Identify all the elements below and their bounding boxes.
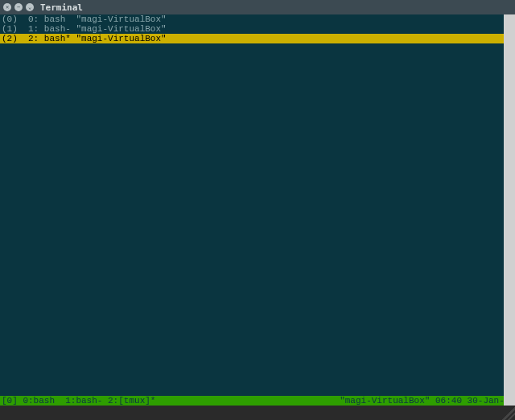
tmux-session-line[interactable]: (0) 0: bash "magi-VirtualBox" bbox=[0, 14, 515, 24]
tmux-session-line[interactable]: (1) 1: bash- "magi-VirtualBox" bbox=[0, 24, 515, 34]
window-title: Terminal bbox=[40, 2, 83, 13]
maximize-icon[interactable]: ⌄ bbox=[26, 3, 34, 11]
tmux-statusbar: [0] 0:bash 1:bash- 2:[tmux]* "magi-Virtu… bbox=[0, 396, 515, 406]
statusbar-right: "magi-VirtualBox" 06:40 30-Jan-18 bbox=[340, 396, 515, 406]
minimize-icon[interactable]: − bbox=[14, 3, 23, 11]
window-bottom-border bbox=[0, 406, 515, 420]
close-icon[interactable]: ✕ bbox=[3, 3, 11, 11]
statusbar-left: [0] 0:bash 1:bash- 2:[tmux]* bbox=[0, 396, 155, 406]
resize-handle-icon[interactable] bbox=[502, 407, 515, 420]
window-titlebar: ✕ − ⌄ Terminal bbox=[0, 0, 515, 14]
tmux-session-line-selected[interactable]: (2) 2: bash* "magi-VirtualBox" bbox=[0, 34, 515, 43]
terminal-content[interactable]: (0) 0: bash "magi-VirtualBox" (1) 1: bas… bbox=[0, 14, 515, 406]
scrollbar[interactable] bbox=[504, 14, 515, 406]
